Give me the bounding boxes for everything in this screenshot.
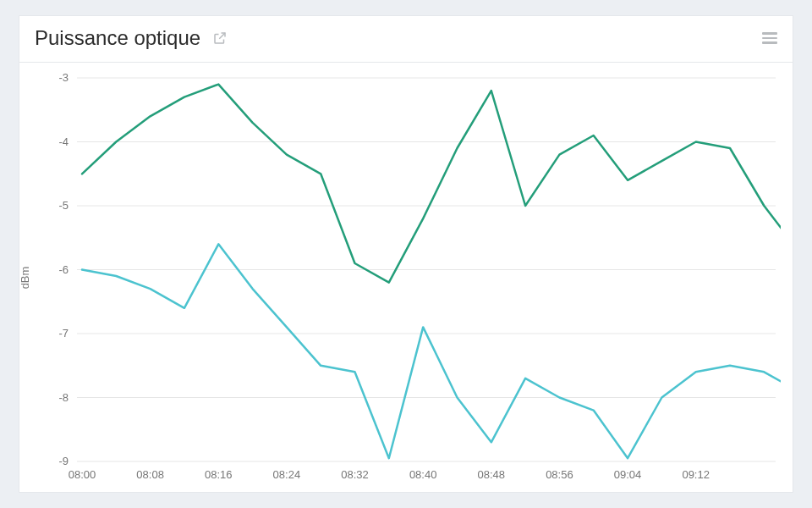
svg-text:09:12: 09:12 xyxy=(682,468,710,481)
svg-text:-5: -5 xyxy=(58,199,69,212)
svg-text:08:40: 08:40 xyxy=(409,468,437,481)
svg-text:08:56: 08:56 xyxy=(546,468,573,481)
chart-area: dBm -3-4-5-6-7-8-908:0008:0808:1608:2408… xyxy=(19,63,793,492)
chart-menu-icon[interactable] xyxy=(759,29,777,47)
open-external-icon[interactable] xyxy=(212,30,228,46)
svg-text:-7: -7 xyxy=(58,327,69,340)
svg-text:08:00: 08:00 xyxy=(69,468,96,481)
svg-text:08:16: 08:16 xyxy=(205,468,233,481)
card-header: Puissance optique xyxy=(19,16,793,63)
chart-card: Puissance optique dBm -3-4-5-6-7-8-908:0… xyxy=(19,15,793,493)
svg-text:08:24: 08:24 xyxy=(273,468,301,481)
svg-text:-4: -4 xyxy=(58,135,69,148)
line-chart: -3-4-5-6-7-8-908:0008:0808:1608:2408:320… xyxy=(31,71,781,485)
svg-text:-3: -3 xyxy=(58,71,69,84)
svg-text:-9: -9 xyxy=(58,455,69,467)
svg-text:08:48: 08:48 xyxy=(478,468,506,481)
svg-text:08:08: 08:08 xyxy=(136,468,164,481)
svg-text:09:04: 09:04 xyxy=(614,468,642,481)
svg-text:-6: -6 xyxy=(58,263,69,276)
svg-text:-8: -8 xyxy=(58,391,69,404)
y-axis-label: dBm xyxy=(19,266,31,289)
svg-text:08:32: 08:32 xyxy=(341,468,369,481)
card-title: Puissance optique xyxy=(35,26,200,50)
